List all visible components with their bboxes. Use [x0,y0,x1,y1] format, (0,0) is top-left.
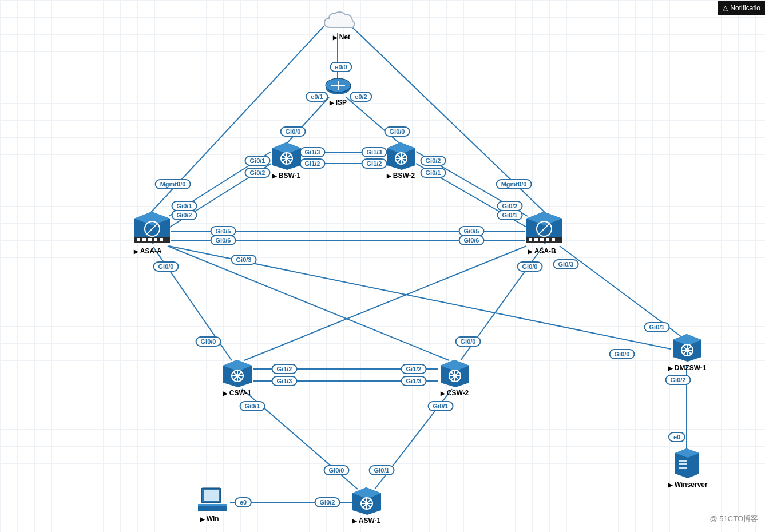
port-label: Gi0/2 [421,156,446,166]
svg-rect-15 [137,238,140,241]
switch-bsw2[interactable] [385,141,418,173]
label-net: Net [333,33,350,41]
port-label: e0/0 [330,62,352,72]
switch-csw2[interactable] [438,359,471,391]
port-label: Gi0/6 [211,235,236,245]
port-label: Gi0/0 [455,336,481,347]
svg-rect-24 [534,238,538,241]
label-asw1: ASW-1 [352,517,380,525]
port-label: Mgmt0/0 [155,179,191,189]
port-label: Gi0/1 [369,465,395,475]
port-label: Gi0/1 [421,168,446,178]
port-label: Gi1/3 [272,376,298,386]
watermark: @ 51CTO博客 [710,514,758,524]
port-label: Gi0/2 [245,168,271,178]
port-label: Gi0/6 [459,235,485,245]
svg-rect-26 [546,238,549,241]
port-label: Gi1/3 [300,147,326,157]
port-label: Gi0/2 [315,497,340,507]
switch-asw1[interactable] [350,486,383,518]
switch-dmzsw1[interactable] [671,333,704,365]
port-label: Gi0/0 [196,336,221,347]
server-winserver[interactable] [673,447,701,482]
svg-rect-18 [154,238,157,241]
svg-rect-27 [552,238,555,241]
svg-rect-51 [204,490,219,501]
port-label: Gi1/2 [401,364,427,374]
port-label: Gi1/2 [272,364,298,374]
port-label: Gi1/3 [401,376,427,386]
label-asa-b: ASA-B [528,247,556,255]
firewall-asa-b[interactable] [524,211,564,248]
label-isp: ISP [330,98,347,106]
label-csw2: CSW-2 [441,389,469,397]
port-label: Gi0/1 [245,156,271,166]
svg-rect-25 [540,238,544,241]
router-isp[interactable] [325,77,351,100]
svg-rect-17 [148,238,152,241]
label-csw1: CSW-1 [223,389,251,397]
port-label: Gi1/3 [362,147,387,157]
link-asaB-csw1[interactable] [244,246,526,360]
svg-rect-55 [679,463,687,465]
svg-rect-19 [160,238,163,241]
port-label: Gi0/3 [231,255,257,265]
label-dmzsw1: DMZSW-1 [668,364,707,372]
label-bsw2: BSW-2 [387,172,415,180]
port-label: Gi0/1 [644,322,670,332]
link-isp-bsw2[interactable] [346,97,401,144]
links-layer [0,0,765,532]
bell-icon: △ [723,4,728,12]
port-label: Gi0/2 [665,375,691,385]
port-label: e0/2 [350,92,372,102]
label-winserver: Winserver [668,481,708,489]
port-label: Gi0/2 [172,210,197,220]
svg-rect-16 [142,238,146,241]
port-label: e0 [235,497,252,507]
pc-win[interactable] [197,485,231,517]
port-label: Gi0/3 [553,259,579,269]
port-label: Gi0/0 [280,126,306,137]
svg-rect-53 [198,504,227,506]
port-label: Gi0/1 [240,401,265,411]
port-label: Gi0/0 [517,261,543,272]
switch-bsw1[interactable] [270,141,303,173]
port-label: Gi0/0 [609,349,635,359]
port-label: Gi1/2 [362,158,387,169]
port-label: Gi0/1 [497,210,523,220]
link-isp-bsw1[interactable] [286,97,329,144]
notification-label: Notificatio [730,4,760,12]
port-label: Gi0/0 [153,261,179,272]
cloud-net[interactable] [322,10,356,35]
label-asa-a: ASA-A [134,247,162,255]
label-bsw1: BSW-1 [272,172,300,180]
port-label: Gi0/1 [428,401,454,411]
port-label: e0 [668,432,685,442]
firewall-asa-a[interactable] [132,211,172,248]
port-label: Gi0/0 [324,465,350,475]
svg-rect-56 [679,467,687,469]
svg-rect-54 [679,460,687,462]
label-win: Win [200,515,219,523]
port-label: Mgmt0/0 [496,179,532,189]
port-label: Gi1/2 [300,158,326,169]
port-label: Gi0/0 [385,126,410,137]
switch-csw1[interactable] [221,359,254,391]
svg-rect-23 [529,238,532,241]
notification-button[interactable]: △ Notificatio [718,1,765,15]
